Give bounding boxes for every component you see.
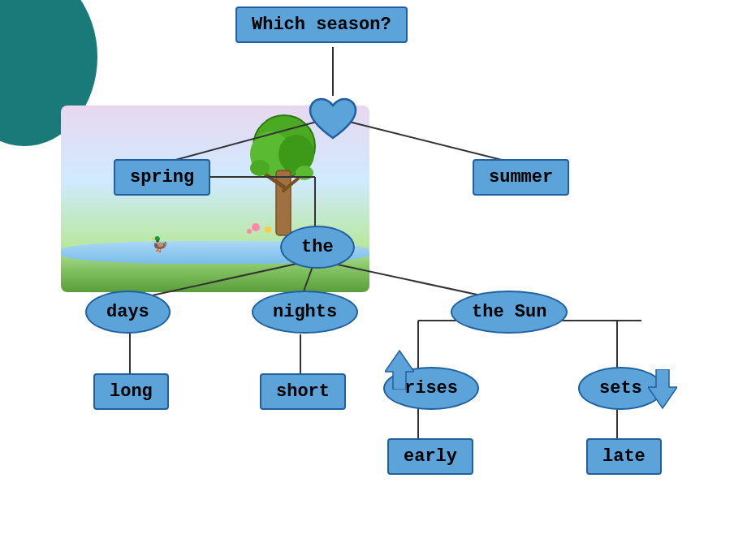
late-node: late: [586, 438, 662, 475]
early-node: early: [387, 438, 473, 475]
the-sun-node: the Sun: [451, 291, 568, 334]
arrow-up-icon: [385, 349, 414, 394]
svg-line-13: [349, 122, 512, 162]
svg-marker-26: [385, 351, 414, 390]
which-season-node: Which season?: [235, 6, 408, 43]
connector-lines: [0, 0, 747, 560]
short-node: short: [260, 373, 346, 410]
arrow-down-icon: [648, 369, 677, 414]
heart-node: [309, 96, 357, 144]
long-node: long: [93, 373, 169, 410]
svg-line-12: [166, 122, 317, 162]
spring-node: spring: [114, 159, 210, 196]
summer-node: summer: [473, 159, 569, 196]
days-node: days: [85, 291, 171, 334]
the-node: the: [280, 226, 355, 269]
svg-marker-27: [648, 369, 677, 408]
nights-node: nights: [252, 291, 358, 334]
